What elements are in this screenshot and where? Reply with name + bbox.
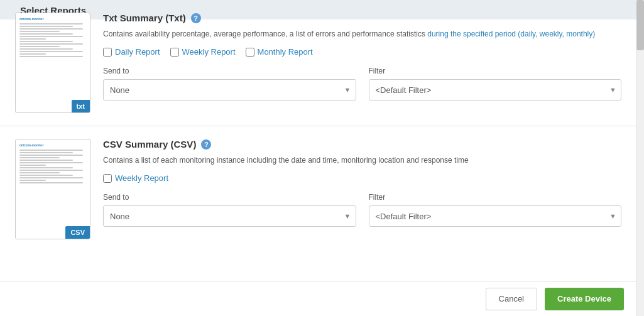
report-title-txt: Txt Summary (Txt)	[103, 13, 186, 23]
thumb-line	[19, 43, 83, 45]
report-badge-csv: CSV	[65, 226, 90, 239]
daily-report-checkbox[interactable]	[103, 48, 112, 57]
filter-select-wrapper-csv: <Default Filter> ▼	[369, 205, 622, 227]
report-section-csv: dotcom-monitor	[0, 126, 636, 252]
thumb-line	[19, 152, 73, 153]
thumb-line	[19, 155, 83, 156]
report-thumbnail-csv: dotcom-monitor	[15, 139, 90, 239]
send-to-select-wrapper-csv: None ▼	[103, 205, 356, 227]
thumb-line	[19, 53, 46, 55]
thumb-line	[19, 177, 83, 178]
report-info-csv: CSV Summary (CSV) ? Contains a list of e…	[103, 139, 621, 239]
checkbox-daily-report[interactable]: Daily Report	[103, 47, 160, 57]
weekly-report-1-label: Weekly Report	[182, 47, 236, 57]
scrollbar-thumb[interactable]	[636, 0, 644, 50]
report-description-csv: Contains a list of each monitoring insta…	[103, 155, 621, 166]
report-description-txt: Contains availability percentage, averag…	[103, 28, 621, 40]
send-to-group-txt: Send to None ▼	[103, 67, 356, 101]
thumb-line	[19, 38, 46, 40]
send-to-label-csv: Send to	[103, 193, 356, 202]
report-title-row-txt: Txt Summary (Txt) ?	[103, 13, 621, 23]
filter-select-txt[interactable]: <Default Filter>	[369, 79, 622, 101]
thumb-line	[19, 165, 46, 166]
monthly-report-checkbox[interactable]	[246, 48, 254, 57]
form-row-csv: Send to None ▼ Filter	[103, 193, 621, 227]
checkbox-monthly-report[interactable]: Monthly Report	[246, 47, 313, 57]
create-device-button[interactable]: Create Device	[545, 288, 624, 310]
report-description-link-txt: during the specified period (daily, week…	[427, 30, 595, 38]
thumb-line	[19, 167, 73, 168]
report-info-txt: Txt Summary (Txt) ? Contains availabilit…	[103, 13, 621, 113]
report-thumbnail-txt: dotcom-monitor	[15, 13, 90, 113]
checkbox-row-csv: Weekly Report	[103, 173, 621, 183]
thumb-line	[19, 180, 46, 181]
filter-group-csv: Filter <Default Filter> ▼	[369, 193, 622, 227]
filter-group-txt: Filter <Default Filter> ▼	[369, 67, 622, 101]
thumb-line	[19, 170, 83, 171]
thumb-line	[19, 172, 60, 173]
send-to-group-csv: Send to None ▼	[103, 193, 356, 227]
thumb-line	[19, 33, 73, 35]
thumb-logo-csv: dotcom-monitor	[19, 143, 86, 147]
help-icon-txt[interactable]: ?	[191, 13, 201, 23]
send-to-select-wrapper-txt: None ▼	[103, 79, 356, 101]
thumb-line	[19, 157, 60, 158]
thumb-line	[19, 182, 83, 183]
daily-report-label: Daily Report	[115, 47, 160, 57]
thumb-line	[19, 175, 73, 176]
page-container: Select Reports dotcom-monitor	[0, 0, 644, 316]
thumb-line	[19, 56, 83, 57]
checkbox-weekly-report-1[interactable]: Weekly Report	[170, 47, 236, 57]
cancel-button[interactable]: Cancel	[486, 288, 537, 310]
send-to-select-txt[interactable]: None	[103, 79, 356, 101]
thumb-line	[19, 150, 83, 151]
filter-select-wrapper-txt: <Default Filter> ▼	[369, 79, 622, 101]
weekly-report-1-checkbox[interactable]	[170, 48, 179, 57]
checkbox-row-txt: Daily Report Weekly Report Monthly Repor…	[103, 47, 621, 57]
thumb-line	[19, 31, 60, 32]
report-title-csv: CSV Summary (CSV)	[103, 139, 196, 150]
help-icon-csv[interactable]: ?	[201, 139, 211, 150]
thumb-line	[19, 23, 83, 25]
thumb-line	[19, 28, 83, 30]
report-section-txt: dotcom-monitor	[0, 0, 636, 126]
report-description-text-csv: Contains a list of each monitoring insta…	[103, 156, 469, 165]
footer-bar: Cancel Create Device	[0, 281, 636, 316]
filter-label-csv: Filter	[369, 193, 622, 202]
thumb-line	[19, 162, 83, 163]
send-to-label-txt: Send to	[103, 67, 356, 75]
thumb-logo-txt: dotcom-monitor	[19, 17, 86, 21]
scrollbar-track[interactable]	[636, 0, 644, 316]
send-to-select-csv[interactable]: None	[103, 205, 356, 227]
report-title-row-csv: CSV Summary (CSV) ?	[103, 139, 621, 150]
thumb-line	[19, 160, 73, 161]
thumb-line	[19, 41, 73, 42]
thumb-line	[19, 36, 83, 37]
report-badge-txt: txt	[72, 100, 90, 112]
thumb-line	[19, 26, 73, 27]
monthly-report-label: Monthly Report	[258, 47, 313, 57]
filter-label-txt: Filter	[369, 67, 622, 75]
form-row-txt: Send to None ▼ Filter	[103, 67, 621, 101]
thumb-line	[19, 48, 73, 50]
inner-panel: Select Reports dotcom-monitor	[0, 0, 636, 316]
filter-select-csv[interactable]: <Default Filter>	[369, 205, 622, 227]
thumb-line	[19, 51, 83, 52]
scroll-area: dotcom-monitor	[0, 0, 636, 281]
weekly-report-2-checkbox[interactable]	[103, 174, 112, 183]
weekly-report-2-label: Weekly Report	[115, 173, 168, 183]
checkbox-weekly-report-2[interactable]: Weekly Report	[103, 173, 168, 183]
thumb-line	[19, 46, 60, 47]
